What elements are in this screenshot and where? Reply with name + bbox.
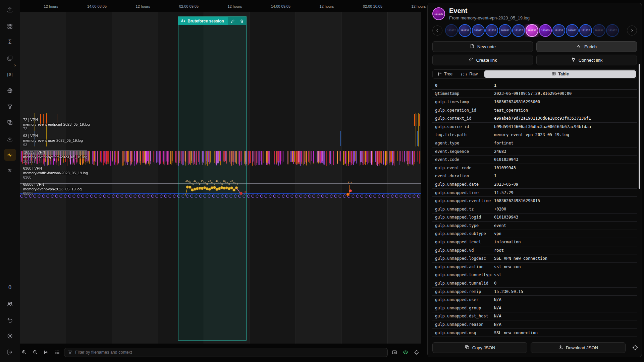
source-row-label[interactable]: 16539 | VPNmemory-event-system-2023_05_1… [23, 150, 87, 164]
kv-row[interactable]: gulp.event_code101039943 [432, 164, 637, 172]
filter-bar [64, 348, 388, 357]
carousel-avatar[interactable]: 101037 [445, 24, 458, 37]
kv-row[interactable]: gulp.unmapped.subtypevpn [432, 230, 637, 238]
locate-icon[interactable] [412, 348, 421, 357]
carousel-avatar[interactable]: 101037 [606, 24, 619, 37]
axis-label: 12 hours [320, 4, 334, 8]
tab-tree[interactable]: Tree [433, 70, 457, 78]
new-note-button[interactable]: New note [432, 41, 533, 52]
kv-row[interactable]: gulp.unmapped.tz+0200 [432, 205, 637, 214]
kv-row[interactable]: event.code0101039943 [432, 156, 637, 164]
users-icon[interactable] [4, 298, 16, 310]
logout-icon[interactable] [4, 346, 16, 358]
kv-row[interactable]: gulp.unmapped.time11:57:29 [432, 189, 637, 197]
carousel-prev-button[interactable] [432, 25, 442, 36]
settings-gear-icon[interactable] [4, 330, 16, 342]
zoom-in-icon[interactable] [20, 348, 29, 357]
create-link-button[interactable]: Create link [432, 55, 533, 65]
kv-row[interactable]: @timestamp2023-05-09T09:57:29.816295+00:… [432, 90, 637, 98]
carousel-avatar[interactable]: 101037 [566, 24, 579, 37]
sigma-icon[interactable]: Σ [4, 36, 16, 48]
copy-json-button[interactable]: Copy JSON [432, 342, 527, 353]
tab-raw[interactable]: {;} Raw [457, 70, 482, 78]
annotation-sort-icon: A↓ [181, 19, 185, 23]
kv-row[interactable]: gulp.context_ide99abeb79d72a1901130d6e18… [432, 114, 637, 123]
carousel-avatar[interactable]: 101039 [526, 24, 538, 37]
kv-row[interactable]: gulp.unmapped.levelinformation [432, 238, 637, 246]
legend-list-icon[interactable] [53, 348, 62, 357]
axis-label: 12 hours [412, 4, 426, 8]
zero-brackets-icon[interactable]: |0| [4, 68, 16, 80]
collections-icon[interactable]: 5 [4, 52, 16, 64]
apps-grid-icon[interactable] [4, 20, 16, 32]
carousel-avatar[interactable]: 101037 [499, 24, 512, 37]
carousel-avatar[interactable]: 101037 [459, 24, 471, 37]
kv-row[interactable]: gulp.unmapped.groupN/A [432, 304, 637, 312]
overlap-rectangles-icon[interactable] [4, 116, 16, 128]
kv-row[interactable]: log.file.pathmemory-event-vpn-2023_05_19… [432, 131, 637, 139]
kv-row[interactable]: gulp.unmapped.eventtime16836262498162950… [432, 197, 637, 205]
kv-row[interactable]: gulp.unmapped.reasonN/A [432, 320, 637, 329]
link-icon [468, 57, 473, 63]
annotation-delete-button[interactable] [237, 17, 246, 25]
kv-row[interactable]: gulp.source_idb99d59414606af36dbc3aa0061… [432, 123, 637, 131]
kv-row[interactable]: gulp.unmapped.actionssl-new-con [432, 263, 637, 271]
download-icon [558, 345, 563, 351]
enrich-icon [577, 44, 582, 50]
filter-funnel-icon[interactable] [4, 101, 16, 113]
capture-icon[interactable] [390, 348, 399, 357]
carousel-avatar[interactable]: 101037 [579, 24, 592, 37]
zoom-out-icon[interactable] [31, 348, 40, 357]
kv-row[interactable]: event.duration1 [432, 172, 637, 181]
kv-row[interactable]: gulp.unmapped.date2023-05-09 [432, 180, 637, 189]
locate-event-button[interactable] [632, 343, 638, 352]
annotation-bruteforce-session[interactable]: A↓ Bruteforce session [178, 16, 247, 341]
kv-row[interactable]: gulp.unmapped.remip15.230.50.15 [432, 288, 637, 296]
kv-row[interactable]: gulp.unmapped.typeevent [432, 222, 637, 230]
connect-link-button[interactable]: Connect link [536, 55, 637, 65]
source-row-label[interactable]: 65806 | VPNmemory-event-vpn-2023_05_19.l… [23, 182, 82, 196]
connect-icon [571, 57, 576, 63]
letter-o-icon[interactable]: O [4, 282, 16, 294]
globe-icon[interactable] [4, 84, 16, 97]
download-json-button[interactable]: Download JSON [531, 342, 626, 353]
carousel-avatar[interactable]: 101039 [539, 24, 552, 37]
carousel-avatar[interactable]: 101037 [552, 24, 565, 37]
kv-row[interactable]: agent.typefortinet [432, 139, 637, 147]
kv-row[interactable]: gulp.unmapped.msgSSL new connection [432, 329, 637, 337]
table-grid-icon [551, 71, 556, 77]
activity-timeline-icon[interactable] [4, 149, 16, 161]
carousel-avatar[interactable]: 101037 [512, 24, 525, 37]
carousel-avatar[interactable]: 101037 [593, 24, 605, 37]
visibility-eye-icon[interactable] [401, 348, 410, 357]
filter-input[interactable] [75, 350, 384, 355]
carousel-avatar[interactable]: 101037 [485, 24, 498, 37]
kv-row[interactable]: gulp.unmapped.userN/A [432, 296, 637, 304]
import-download-icon[interactable] [4, 133, 16, 145]
tree-icon [437, 71, 442, 77]
kv-row[interactable]: gulp.operation_idtest_operation [432, 106, 637, 115]
note-icon [470, 44, 475, 50]
carousel-next-button[interactable] [627, 25, 637, 36]
kv-row[interactable]: event.sequence24683 [432, 147, 637, 156]
enrich-button[interactable]: Enrich [536, 41, 637, 52]
kv-row[interactable]: gulp.unmapped.tunnelid0 [432, 279, 637, 288]
kv-row[interactable]: gulp.timestamp1683626249816295000 [432, 98, 637, 106]
command-icon[interactable]: ⌘ [4, 165, 16, 177]
kv-row[interactable]: gulp.unmapped.vdroot [432, 246, 637, 255]
panel-scrollbar[interactable] [639, 64, 640, 189]
axis-label: 02:00 09.05 [179, 4, 199, 8]
fit-range-icon[interactable] [42, 348, 51, 357]
annotation-edit-button[interactable] [228, 17, 237, 25]
kv-row[interactable]: gulp.unmapped.dst_hostN/A [432, 312, 637, 321]
source-row-label[interactable]: 72 | VPNmemory-event-endpoint-2023_05_19… [23, 118, 90, 131]
kv-row[interactable]: gulp.unmapped.tunneltypessl [432, 271, 637, 280]
source-row-label[interactable]: 93 | VPNmemory-event-user-2023_05_19.log… [23, 134, 83, 147]
source-row-label[interactable]: 6360 | VPNmemory-traffic-forward-2023_05… [23, 166, 88, 180]
upload-icon[interactable] [4, 4, 16, 16]
undo-icon[interactable] [4, 314, 16, 326]
kv-row[interactable]: gulp.unmapped.logid0101039943 [432, 214, 637, 222]
tab-table[interactable]: Table [484, 70, 636, 78]
kv-row[interactable]: gulp.unmapped.logdescSSL VPN new connect… [432, 254, 637, 263]
carousel-avatar[interactable]: 101037 [472, 24, 485, 37]
